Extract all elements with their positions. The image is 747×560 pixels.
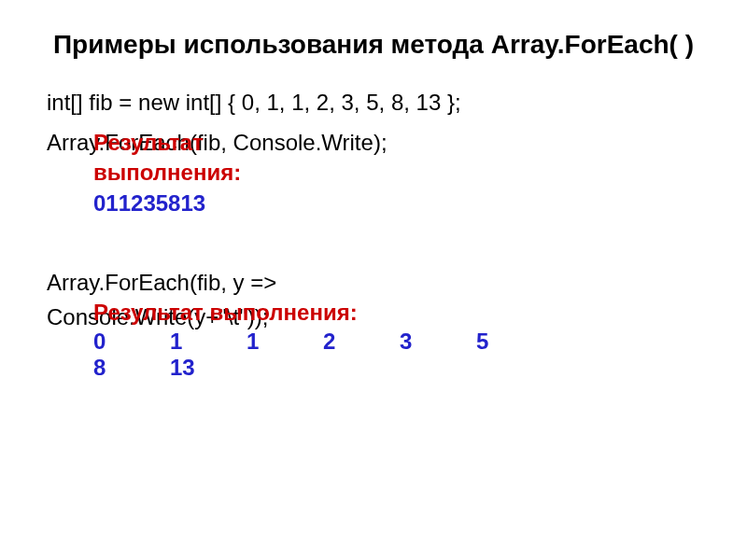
output-val: 2 (323, 329, 342, 355)
output-val: 1 (247, 329, 265, 355)
output-2-row1: 0 1 1 2 3 5 (93, 329, 495, 355)
output-2-row2: 8 13 (93, 355, 495, 381)
output-val: 0 (93, 329, 112, 355)
code-foreach-2-line1: Array.ForEach(fib, y => (47, 268, 700, 298)
output-val: 3 (400, 329, 418, 355)
output-val: 1 (170, 329, 189, 355)
slide-title: Примеры использования метода Array.ForEa… (47, 28, 700, 62)
result-label-2-wrap: Результат выполнения: 0 1 1 2 3 5 8 13 (93, 298, 495, 380)
output-1: 011235813 (93, 189, 241, 218)
result-label-1-line2: выполнения: (93, 158, 241, 188)
result-label-1-line1: Результат (93, 128, 241, 158)
slide-container: Примеры использования метода Array.ForEa… (0, 0, 747, 377)
example-2: Array.ForEach(fib, y => Console.Write(y+… (47, 268, 700, 332)
result-label-1: Результат выполнения: 011235813 (93, 128, 241, 218)
output-val: 13 (170, 355, 195, 381)
result-label-2: Результат выполнения: (93, 298, 495, 328)
output-val: 5 (476, 329, 495, 355)
output-val: 8 (93, 355, 112, 381)
code-declaration: int[] fib = new int[] { 0, 1, 1, 2, 3, 5… (47, 88, 700, 118)
example-1: Array.ForEach(fib, Console.Write); Резул… (47, 128, 700, 251)
